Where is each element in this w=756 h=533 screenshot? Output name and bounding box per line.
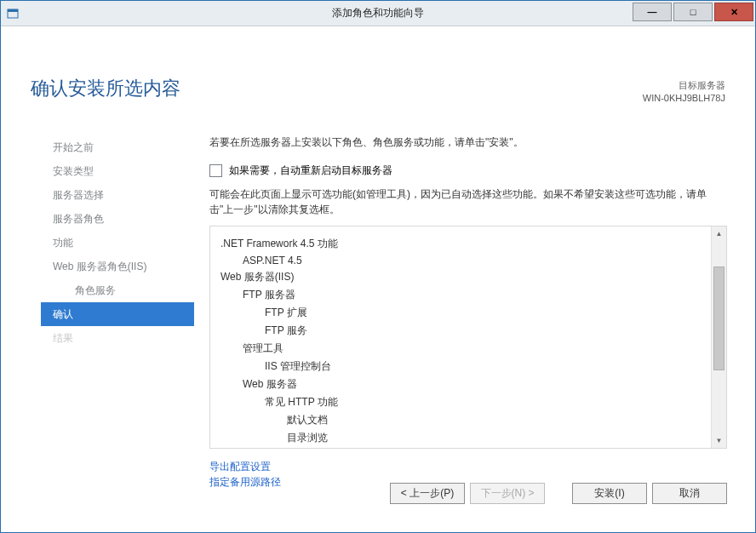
next-button: 下一步(N) > [470, 483, 545, 504]
feature-item: 默认文档 [287, 413, 702, 427]
step-features[interactable]: 功能 [41, 231, 194, 255]
scroll-track[interactable] [712, 241, 726, 433]
install-button[interactable]: 安装(I) [572, 483, 647, 504]
features-scrollbar[interactable]: ▲ ▼ [711, 226, 726, 448]
wizard-window: 添加角色和功能向导 — □ ✕ 确认安装所选内容 目标服务器 WIN-0KHJ9… [0, 0, 756, 533]
scroll-up-icon[interactable]: ▲ [712, 226, 726, 241]
step-confirmation[interactable]: 确认 [41, 302, 194, 326]
step-web-server-iis[interactable]: Web 服务器角色(IIS) [41, 255, 194, 278]
client-area: 确认安装所选内容 目标服务器 WIN-0KHJ9BLH78J 开始之前 安装类型… [1, 26, 755, 532]
title-bar: 添加角色和功能向导 — □ ✕ [1, 1, 755, 26]
feature-item: IIS 管理控制台 [265, 359, 702, 374]
step-role-services[interactable]: 角色服务 [41, 278, 194, 302]
step-results: 结果 [41, 326, 194, 350]
step-server-selection[interactable]: 服务器选择 [41, 183, 194, 207]
target-server-block: 目标服务器 WIN-0KHJ9BLH78J [643, 79, 725, 105]
step-install-type[interactable]: 安装类型 [41, 159, 194, 183]
window-title: 添加角色和功能向导 [1, 6, 755, 20]
restart-label: 如果需要，自动重新启动目标服务器 [229, 163, 392, 178]
features-list: .NET Framework 4.5 功能 ASP.NET 4.5 Web 服务… [210, 226, 712, 448]
previous-button[interactable]: < 上一步(P) [390, 483, 465, 504]
features-list-box: .NET Framework 4.5 功能 ASP.NET 4.5 Web 服务… [209, 226, 727, 449]
confirmation-content: 若要在所选服务器上安装以下角色、角色服务或功能，请单击"安装"。 如果需要，自动… [209, 135, 727, 470]
wizard-steps: 开始之前 安装类型 服务器选择 服务器角色 功能 Web 服务器角色(IIS) … [41, 135, 194, 350]
feature-item: 常见 HTTP 功能 [265, 395, 702, 410]
scroll-down-icon[interactable]: ▼ [712, 433, 726, 448]
step-server-roles[interactable]: 服务器角色 [41, 207, 194, 231]
page-heading: 确认安装所选内容 [31, 76, 180, 101]
target-server-name: WIN-0KHJ9BLH78J [643, 92, 725, 105]
export-config-link[interactable]: 导出配置设置 [209, 459, 727, 474]
step-before-you-begin[interactable]: 开始之前 [41, 135, 194, 159]
feature-item: Web 服务器 [243, 377, 702, 392]
optional-features-note: 可能会在此页面上显示可选功能(如管理工具)，因为已自动选择这些功能。如果不希望安… [209, 186, 727, 217]
wizard-buttons: < 上一步(P) 下一步(N) > 安装(I) 取消 [390, 483, 727, 504]
feature-item: FTP 扩展 [265, 306, 702, 320]
target-server-label: 目标服务器 [643, 79, 725, 92]
feature-item: 管理工具 [243, 341, 702, 356]
feature-item: ASP.NET 4.5 [243, 255, 702, 266]
feature-item: FTP 服务器 [243, 288, 702, 302]
cancel-button[interactable]: 取消 [652, 483, 727, 504]
intro-text: 若要在所选服务器上安装以下角色、角色服务或功能，请单击"安装"。 [209, 135, 727, 150]
restart-checkbox[interactable] [209, 164, 222, 177]
feature-item: FTP 服务 [265, 324, 702, 338]
scroll-thumb[interactable] [713, 266, 724, 370]
content-area: 确认安装所选内容 目标服务器 WIN-0KHJ9BLH78J 开始之前 安装类型… [11, 36, 745, 522]
restart-option-row: 如果需要，自动重新启动目标服务器 [209, 163, 727, 178]
feature-item: Web 服务器(IIS) [220, 270, 702, 284]
feature-item: .NET Framework 4.5 功能 [220, 237, 702, 251]
feature-item: 目录浏览 [287, 431, 702, 445]
